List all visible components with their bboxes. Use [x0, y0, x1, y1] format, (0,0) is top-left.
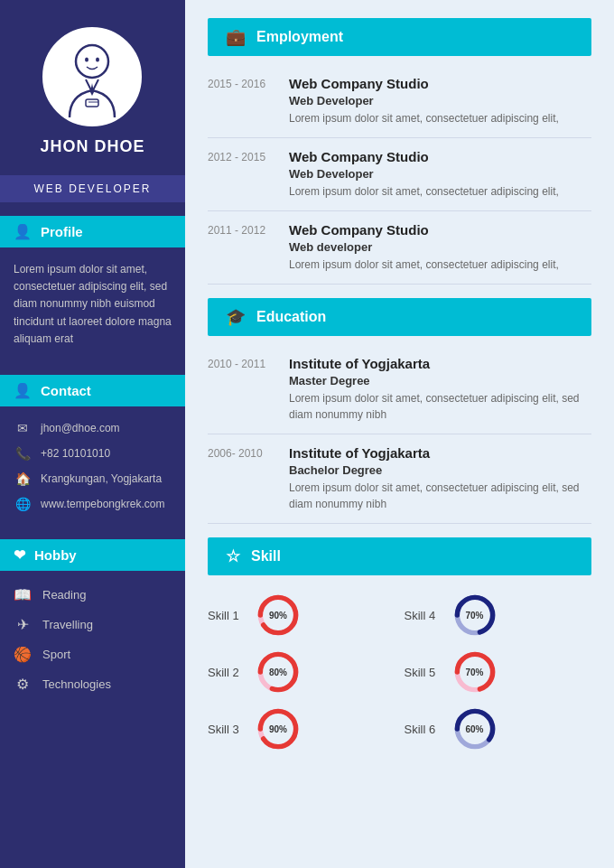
svg-point-1	[85, 58, 88, 62]
contact-label: Contact	[41, 383, 91, 398]
hobby-reading-label: Reading	[42, 588, 86, 602]
entry-date-3: 2011 - 2012	[208, 222, 289, 273]
contact-email-value: jhon@dhoe.com	[41, 422, 120, 434]
edu-desc-2: Lorem ipsum dolor sit amet, consectetuer…	[289, 480, 591, 512]
svg-point-2	[96, 58, 99, 62]
skill-donut-5: 60%	[453, 707, 497, 751]
desc-3: Lorem ipsum dolor sit amet, consectetuer…	[289, 257, 591, 273]
skill-donut-4: 90%	[256, 707, 300, 751]
skill-value-1: 70%	[465, 611, 483, 621]
skill-item-5: Skill 6 60%	[405, 707, 592, 751]
skill-item-1: Skill 4 70%	[405, 593, 592, 637]
travel-icon: ✈	[14, 616, 32, 633]
edu-details-1: Institute of Yogjakarta Master Degree Lo…	[289, 356, 591, 423]
desc-1: Lorem ipsum dolor sit amet, consectetuer…	[289, 110, 591, 126]
company-3: Web Company Studio	[289, 222, 591, 238]
education-entry-1: 2010 - 2011 Institute of Yogjakarta Mast…	[208, 345, 591, 434]
avatar	[42, 27, 142, 126]
skill-value-3: 70%	[465, 667, 483, 677]
employment-entry-2: 2012 - 2015 Web Company Studio Web Devel…	[208, 138, 591, 211]
skill-value-5: 60%	[465, 724, 483, 734]
employment-label: Employment	[256, 29, 343, 45]
skill-item-4: Skill 3 90%	[208, 707, 395, 751]
edu-date-1: 2010 - 2011	[208, 356, 289, 423]
contact-website: 🌐 www.tempebongkrek.com	[14, 491, 172, 517]
role-2: Web Developer	[289, 167, 591, 181]
hobby-tech: ⚙ Technologies	[14, 669, 172, 699]
entry-date-2: 2012 - 2015	[208, 149, 289, 200]
skill-item-3: Skill 5 70%	[405, 650, 592, 694]
education-header: 🎓 Education	[208, 298, 591, 336]
avatar-section: JHON DHOE	[40, 0, 144, 170]
hobby-list: 📖 Reading ✈ Travelling 🏀 Sport ⚙ Technol…	[0, 571, 185, 708]
contact-address-value: Krangkungan, Yogjakarta	[41, 472, 162, 485]
skill-donut-2: 80%	[256, 650, 300, 694]
skill-label-4: Skill 3	[208, 723, 246, 736]
contact-email: ✉ jhon@dhoe.com	[14, 415, 172, 441]
skill-label-1: Skill 4	[405, 609, 442, 622]
skill-donut-1: 70%	[453, 593, 497, 637]
contact-address: 🏠 Krangkungan, Yogjakarta	[14, 466, 172, 491]
email-icon: ✉	[14, 421, 32, 435]
hobby-travelling: ✈ Travelling	[14, 610, 172, 639]
contact-list: ✉ jhon@dhoe.com 📞 +82 10101010 🏠 Krangku…	[0, 406, 185, 526]
employment-icon: 💼	[226, 27, 246, 47]
profile-icon: 👤	[14, 223, 32, 240]
skill-label-5: Skill 6	[405, 723, 442, 736]
entry-date-1: 2015 - 2016	[208, 76, 289, 126]
skill-label-2: Skill 2	[208, 666, 246, 679]
sport-icon: 🏀	[14, 646, 32, 663]
company-1: Web Company Studio	[289, 76, 591, 91]
skill-donut-0: 90%	[256, 593, 300, 637]
employment-header: 💼 Employment	[208, 18, 591, 56]
edu-details-2: Institute of Yogjakarta Bachelor Degree …	[289, 445, 591, 512]
entry-details-3: Web Company Studio Web developer Lorem i…	[289, 222, 591, 273]
skill-item-2: Skill 2 80%	[208, 650, 395, 694]
skill-item-0: Skill 1 90%	[208, 593, 395, 637]
education-label: Education	[256, 309, 326, 325]
website-icon: 🌐	[14, 497, 32, 511]
skill-value-2: 80%	[269, 667, 287, 677]
contact-icon: 👤	[14, 382, 32, 399]
role-1: Web Developer	[289, 94, 591, 107]
person-name: JHON DHOE	[40, 137, 144, 156]
svg-rect-4	[86, 99, 98, 107]
employment-entry-3: 2011 - 2012 Web Company Studio Web devel…	[208, 211, 591, 285]
hobby-sport-label: Sport	[42, 648, 70, 661]
degree-1: Master Degree	[289, 374, 591, 387]
contact-website-value: www.tempebongkrek.com	[41, 498, 164, 510]
edu-desc-1: Lorem ipsum dolor sit amet, consectetuer…	[289, 390, 591, 423]
hobby-sport: 🏀 Sport	[14, 639, 172, 669]
entry-details-2: Web Company Studio Web Developer Lorem i…	[289, 149, 591, 200]
skill-value-0: 90%	[269, 611, 287, 621]
edu-date-2: 2006- 2010	[208, 445, 289, 512]
main-content: 💼 Employment 2015 - 2016 Web Company Stu…	[185, 0, 614, 868]
skill-value-4: 90%	[269, 724, 287, 734]
hobby-label: Hobby	[34, 547, 77, 563]
company-2: Web Company Studio	[289, 149, 591, 164]
entry-details-1: Web Company Studio Web Developer Lorem i…	[289, 76, 591, 126]
profile-text: Lorem ipsum dolor sit amet, consectetuer…	[0, 247, 185, 361]
profile-section-header: 👤 Profile	[0, 216, 185, 247]
hobby-travelling-label: Travelling	[42, 618, 93, 631]
desc-2: Lorem ipsum dolor sit amet, consectetuer…	[289, 183, 591, 200]
hobby-section-header: ❤ Hobby	[0, 539, 185, 571]
education-icon: 🎓	[226, 307, 246, 327]
contact-phone-value: +82 10101010	[41, 447, 110, 460]
reading-icon: 📖	[14, 586, 32, 603]
phone-icon: 📞	[14, 446, 32, 461]
hobby-reading: 📖 Reading	[14, 580, 172, 610]
hobby-icon: ❤	[14, 546, 25, 564]
skill-header: ☆ Skill	[208, 537, 591, 575]
person-title: WEB DEVELOPER	[0, 175, 185, 202]
contact-section-header: 👤 Contact	[0, 375, 185, 406]
education-entry-2: 2006- 2010 Institute of Yogjakarta Bache…	[208, 434, 591, 524]
svg-point-0	[76, 45, 108, 78]
sidebar: JHON DHOE WEB DEVELOPER 👤 Profile Lorem …	[0, 0, 185, 868]
skill-label: Skill	[251, 548, 281, 565]
degree-2: Bachelor Degree	[289, 463, 591, 477]
skill-icon: ☆	[226, 546, 240, 566]
employment-entry-1: 2015 - 2016 Web Company Studio Web Devel…	[208, 65, 591, 138]
role-3: Web developer	[289, 240, 591, 254]
skills-grid: Skill 1 90% Skill 4 70% Skill 2	[208, 584, 591, 760]
